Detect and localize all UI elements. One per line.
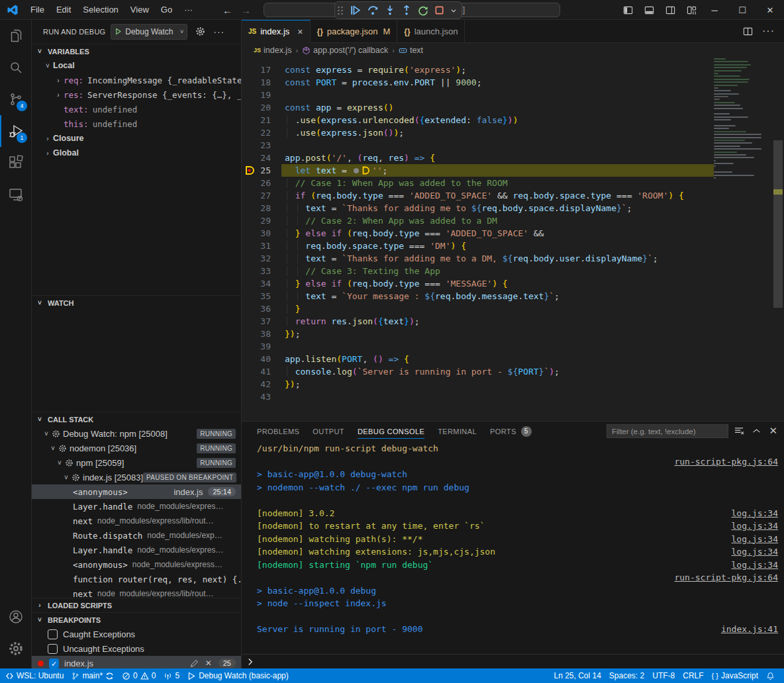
code-line-34[interactable]: 34 } else if (req.body.type === 'MESSAGE… bbox=[242, 277, 784, 290]
gutter-glyph-margin[interactable] bbox=[242, 353, 258, 365]
gutter-glyph-margin[interactable] bbox=[242, 64, 258, 76]
panel-tab-output[interactable]: OUTPUT bbox=[306, 422, 351, 441]
variable-row[interactable]: text:undefined bbox=[32, 102, 241, 116]
panel-tab-ports[interactable]: PORTS5 bbox=[483, 422, 538, 441]
code-line-25[interactable]: 25 let text = ''; bbox=[242, 164, 784, 177]
source-link[interactable]: index.js:41 bbox=[721, 624, 778, 634]
stack-frame-row[interactable]: <anonymous>index.js25:14 bbox=[32, 484, 241, 499]
code-line-23[interactable]: 23 bbox=[242, 139, 784, 152]
line-number[interactable]: 27 bbox=[258, 191, 271, 201]
line-number[interactable]: 20 bbox=[258, 103, 271, 113]
gutter-glyph-margin[interactable] bbox=[242, 76, 258, 89]
breadcrumb-item[interactable]: app.post('/') callback bbox=[302, 46, 388, 55]
activity-explorer-icon[interactable] bbox=[0, 20, 31, 52]
line-number[interactable]: 30 bbox=[258, 228, 271, 238]
chevron-down-icon[interactable] bbox=[450, 7, 457, 14]
status-javascript[interactable]: { }JavaScript bbox=[708, 668, 762, 683]
scrollbar-thumb[interactable] bbox=[773, 140, 783, 308]
source-link[interactable]: log.js:34 bbox=[732, 534, 778, 544]
gutter-glyph-margin[interactable] bbox=[242, 101, 258, 114]
minimap[interactable] bbox=[714, 58, 769, 421]
status-spaces-2[interactable]: Spaces: 2 bbox=[605, 668, 648, 683]
line-number[interactable]: 33 bbox=[258, 266, 271, 276]
customize-layout-icon[interactable] bbox=[687, 5, 697, 15]
source-link[interactable]: run-script-pkg.js:64 bbox=[674, 457, 778, 467]
nav-back-icon[interactable]: ← bbox=[222, 5, 232, 16]
code-line-18[interactable]: 18const PORT = process.env.PORT || 9000; bbox=[242, 76, 784, 89]
gutter-glyph-margin[interactable] bbox=[242, 315, 258, 328]
code-line-32[interactable]: 32 text = `Thanks for adding me to a DM,… bbox=[242, 252, 784, 265]
debug-console-input[interactable] bbox=[242, 654, 784, 668]
code-line-28[interactable]: 28 text = `Thanks for adding me to ${req… bbox=[242, 202, 784, 214]
code-line-24[interactable]: 24app.post('/', (req, res) => { bbox=[242, 152, 784, 164]
line-number[interactable]: 18 bbox=[258, 77, 271, 87]
source-link[interactable]: log.js:34 bbox=[732, 547, 778, 557]
line-number[interactable]: 22 bbox=[258, 128, 271, 138]
scope-closure[interactable]: ›Closure bbox=[32, 131, 241, 146]
variable-row[interactable]: this:undefined bbox=[32, 116, 241, 131]
section-header-variables[interactable]: ˅VARIABLES bbox=[32, 44, 241, 58]
line-number[interactable]: 40 bbox=[258, 354, 271, 364]
line-number[interactable]: 32 bbox=[258, 253, 271, 263]
line-number[interactable]: 24 bbox=[258, 153, 271, 163]
start-debug-icon[interactable] bbox=[115, 28, 122, 35]
breakpoint-row[interactable]: ✓index.js✕25 bbox=[32, 656, 241, 668]
menu-more[interactable]: ··· bbox=[178, 3, 199, 17]
menu-file[interactable]: File bbox=[24, 3, 50, 17]
tab-package.json[interactable]: {}package.jsonM bbox=[311, 20, 398, 43]
line-number[interactable]: 29 bbox=[258, 216, 271, 226]
restart-icon[interactable] bbox=[418, 5, 428, 16]
line-number[interactable]: 34 bbox=[258, 279, 271, 289]
activity-source-control-icon[interactable]: 4 bbox=[0, 83, 31, 115]
gutter-glyph-margin[interactable] bbox=[242, 214, 258, 227]
line-number[interactable]: 43 bbox=[258, 392, 271, 402]
breakpoint-checkbox[interactable] bbox=[48, 629, 58, 639]
line-number[interactable]: 39 bbox=[258, 342, 271, 351]
editor-scrollbar[interactable] bbox=[773, 58, 783, 421]
debug-session-row[interactable]: ˅index.js [25083]PAUSED ON BREAKPOINT bbox=[32, 470, 241, 484]
source-link[interactable]: log.js:34 bbox=[732, 508, 778, 518]
scope-local[interactable]: ˅Local bbox=[32, 58, 241, 73]
gutter-glyph-margin[interactable] bbox=[242, 114, 258, 126]
menu-go[interactable]: Go bbox=[155, 3, 178, 17]
status-utf-8[interactable]: UTF-8 bbox=[648, 668, 679, 683]
status-debug-watch-basic-app-[interactable]: Debug Watch (basic-app) bbox=[183, 668, 293, 683]
line-number[interactable]: 25 bbox=[258, 165, 271, 175]
inline-breakpoint-candidate-icon[interactable] bbox=[354, 168, 359, 173]
gutter-glyph-margin[interactable] bbox=[242, 290, 258, 302]
activity-settings-icon[interactable] bbox=[0, 633, 31, 664]
gutter-glyph-margin[interactable] bbox=[242, 202, 258, 214]
breadcrumb-item[interactable]: JSindex.js bbox=[254, 46, 291, 55]
gutter-glyph-margin[interactable] bbox=[242, 277, 258, 290]
status-main-[interactable]: main* bbox=[68, 668, 118, 683]
code-line-30[interactable]: 30 } else if (req.body.type === 'ADDED_T… bbox=[242, 227, 784, 240]
code-line-21[interactable]: 21 .use(express.urlencoded({extended: fa… bbox=[242, 114, 784, 126]
maximize-icon[interactable]: ☐ bbox=[728, 0, 756, 20]
code-line-22[interactable]: 22 .use(express.json()); bbox=[242, 126, 784, 139]
code-line-19[interactable]: 19 bbox=[242, 89, 784, 101]
code-line-26[interactable]: 26 // Case 1: When App was added to the … bbox=[242, 177, 784, 189]
status-wsl-ubuntu[interactable]: WSL: Ubuntu bbox=[1, 668, 68, 683]
gutter-glyph-margin[interactable] bbox=[242, 378, 258, 390]
code-line-38[interactable]: 38}); bbox=[242, 328, 784, 340]
tab-launch.json[interactable]: {}launch.json bbox=[397, 20, 465, 43]
code-line-33[interactable]: 33 // Case 3: Texting the App bbox=[242, 265, 784, 277]
gutter-glyph-margin[interactable] bbox=[242, 265, 258, 277]
line-number[interactable]: 38 bbox=[258, 329, 271, 339]
editor-more-actions-icon[interactable]: ··· bbox=[762, 25, 775, 37]
drag-grip-icon[interactable] bbox=[337, 5, 344, 16]
variable-row[interactable]: ›req:IncomingMessage {_readableState: … bbox=[32, 73, 241, 87]
stack-frame-row[interactable]: Layer.handlenode_modules/expres… bbox=[32, 499, 241, 514]
gutter-glyph-margin[interactable] bbox=[242, 177, 258, 189]
minimize-icon[interactable]: ─ bbox=[701, 0, 728, 20]
gutter-glyph-margin[interactable] bbox=[242, 328, 258, 340]
gutter-glyph-margin[interactable] bbox=[242, 89, 258, 101]
edit-breakpoint-icon[interactable] bbox=[190, 659, 199, 668]
gutter-glyph-margin[interactable] bbox=[242, 302, 258, 315]
variable-row[interactable]: ›res:ServerResponse {_events: {…}, _ev… bbox=[32, 87, 241, 102]
source-link[interactable]: run-script-pkg.js:64 bbox=[674, 572, 778, 582]
step-over-icon[interactable] bbox=[367, 5, 379, 16]
tab-index.js[interactable]: JSindex.js× bbox=[242, 20, 311, 43]
code-line-31[interactable]: 31 req.body.space.type === 'DM') { bbox=[242, 240, 784, 252]
code-line-35[interactable]: 35 text = `Your message : ${req.body.mes… bbox=[242, 290, 784, 302]
